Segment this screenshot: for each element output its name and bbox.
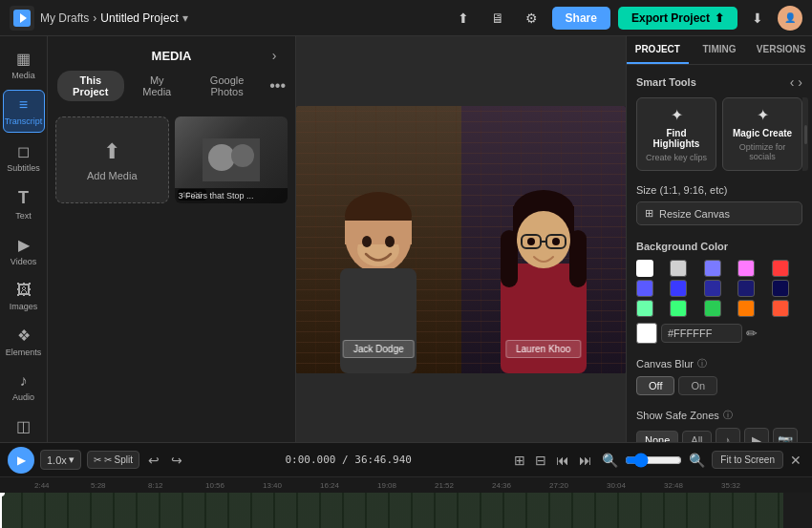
sidebar-item-audio[interactable]: ♪ Audio bbox=[3, 367, 45, 408]
timeline-end[interactable]: ⏭ bbox=[576, 450, 595, 471]
safe-zone-youtube[interactable]: ▶ bbox=[744, 428, 769, 442]
safe-zone-all[interactable]: All bbox=[682, 431, 711, 442]
breadcrumb-parent[interactable]: My Drafts bbox=[40, 11, 89, 25]
eyedropper-button[interactable]: ✏ bbox=[746, 326, 758, 341]
sidebar-item-elements[interactable]: ❖ Elements bbox=[3, 321, 45, 363]
right-person-name-tag: Lauren Khoo bbox=[505, 340, 581, 358]
safe-zone-none[interactable]: None bbox=[636, 431, 678, 442]
play-button[interactable]: ▶ bbox=[8, 447, 34, 474]
swatch-red[interactable] bbox=[772, 260, 789, 277]
sidebar-item-transcript[interactable]: ≡ Transcript bbox=[3, 90, 45, 133]
smart-tools-next[interactable]: › bbox=[798, 74, 802, 90]
fit-screen-button[interactable]: Fit to Screen bbox=[712, 451, 783, 469]
tab-google-photos[interactable]: Google Photos bbox=[190, 71, 264, 101]
timeline-playhead[interactable] bbox=[0, 493, 2, 528]
swatch-navy[interactable] bbox=[737, 280, 755, 297]
sidebar-item-media[interactable]: ▦ Media bbox=[3, 44, 45, 86]
timeline-zoom-in[interactable]: ⊞ bbox=[511, 450, 528, 471]
resize-canvas-button[interactable]: ⊞ Resize Canvas bbox=[636, 201, 802, 225]
swatch-blue2[interactable] bbox=[670, 280, 687, 297]
tab-this-project[interactable]: This Project bbox=[57, 71, 124, 101]
zoom-slider[interactable] bbox=[625, 453, 682, 468]
topbar-left: My Drafts › Untitled Project ▾ bbox=[10, 6, 443, 31]
swatch-orange[interactable] bbox=[737, 300, 755, 317]
swatch-medgreen[interactable] bbox=[704, 300, 721, 317]
video-left: Jack Dodge bbox=[296, 106, 461, 373]
svg-point-4 bbox=[231, 144, 254, 167]
video-right: Lauren Khoo bbox=[461, 106, 627, 373]
safe-zone-instagram[interactable]: 📷 bbox=[773, 428, 798, 442]
smart-tools-prev[interactable]: ‹ bbox=[790, 74, 795, 90]
svg-point-23 bbox=[552, 238, 560, 245]
speed-button[interactable]: 1.0x ▾ bbox=[40, 450, 81, 470]
avatar[interactable]: 👤 bbox=[778, 6, 802, 31]
sidebar-label-elements: Elements bbox=[6, 348, 42, 357]
media-tabs: This Project My Media Google Photos ••• bbox=[48, 71, 295, 109]
swatch-lightgreen[interactable] bbox=[636, 300, 653, 317]
tab-my-media[interactable]: My Media bbox=[130, 71, 184, 101]
add-media-button[interactable]: ⬆ Add Media bbox=[55, 116, 169, 203]
swatch-pink[interactable] bbox=[737, 260, 755, 277]
breadcrumb-title[interactable]: Untitled Project bbox=[100, 11, 178, 25]
timeline-track: 2:44 5:28 8:12 10:56 13:40 16:24 19:08 2… bbox=[0, 477, 812, 528]
media-panel-close[interactable]: › bbox=[265, 46, 284, 65]
magic-create-button[interactable]: ✦ Magic Create Optimize for socials bbox=[722, 97, 802, 171]
export-icon: ⬆ bbox=[715, 11, 724, 25]
media-tab-more[interactable]: ••• bbox=[269, 77, 286, 95]
media-icon: ▦ bbox=[16, 50, 31, 68]
sidebar-item-layers[interactable]: ◫ bbox=[3, 412, 45, 441]
swatch-reddish[interactable] bbox=[772, 300, 789, 317]
tab-project[interactable]: PROJECT bbox=[627, 36, 689, 64]
redo-button[interactable]: ↪ bbox=[168, 450, 185, 471]
media-panel-title: MEDIA bbox=[78, 49, 265, 63]
upload-button[interactable]: ⬆ bbox=[451, 6, 476, 31]
swatch-darkblue[interactable] bbox=[704, 280, 721, 297]
timeline-zoom-out[interactable]: ⊟ bbox=[532, 450, 549, 471]
sidebar-label-images: Images bbox=[10, 302, 38, 311]
swatch-blue[interactable] bbox=[704, 260, 721, 277]
tab-timing[interactable]: TIMING bbox=[689, 36, 751, 64]
blur-off-button[interactable]: Off bbox=[636, 376, 674, 395]
timeline-close-button[interactable]: ✕ bbox=[787, 450, 804, 471]
timeline-controls: ▶ 1.0x ▾ ✂ ✂ Split ↩ ↪ 0:00.000 / 36:46.… bbox=[0, 443, 812, 477]
swatch-gray[interactable] bbox=[670, 260, 687, 277]
breadcrumb-chevron[interactable]: ▾ bbox=[182, 11, 188, 25]
timeline-start[interactable]: ⏮ bbox=[553, 450, 572, 471]
blur-on-button[interactable]: On bbox=[678, 376, 717, 395]
zoom-search-button[interactable]: 🔍 bbox=[686, 450, 708, 471]
sidebar-item-subtitles[interactable]: ◻ Subtitles bbox=[3, 137, 45, 179]
export-label: Export Project bbox=[631, 11, 710, 25]
settings-button[interactable]: ⚙ bbox=[520, 6, 545, 31]
timeline-right-controls: ⊞ ⊟ ⏮ ⏭ 🔍 🔍 Fit to Screen ✕ bbox=[511, 450, 804, 471]
topbar-icons: ⬆ 🖥 ⚙ bbox=[451, 6, 545, 31]
color-preview-swatch[interactable] bbox=[636, 323, 657, 344]
swatch-white[interactable] bbox=[636, 260, 653, 277]
sidebar-label-videos: Videos bbox=[11, 257, 36, 266]
undo-button[interactable]: ↩ bbox=[145, 450, 162, 471]
share-button[interactable]: Share bbox=[552, 7, 610, 30]
magic-create-desc: Optimize for socials bbox=[729, 142, 796, 161]
export-button[interactable]: Export Project ⬆ bbox=[618, 7, 737, 30]
split-button[interactable]: ✂ ✂ Split bbox=[87, 451, 139, 469]
find-highlights-button[interactable]: ✦ Find Highlights Create key clips bbox=[636, 97, 716, 171]
zoom-icon[interactable]: 🔍 bbox=[599, 450, 621, 471]
svg-point-22 bbox=[527, 238, 535, 245]
desktop-button[interactable]: 🖥 bbox=[485, 6, 510, 31]
download-button[interactable]: ⬇ bbox=[745, 6, 770, 31]
sidebar-item-images[interactable]: 🖼 Images bbox=[3, 276, 45, 317]
tab-versions[interactable]: VERSIONS bbox=[750, 36, 812, 64]
swatch-indigo[interactable] bbox=[636, 280, 653, 297]
color-hex-input[interactable] bbox=[661, 324, 742, 343]
swatch-darknavy[interactable] bbox=[772, 280, 789, 297]
sidebar-item-text[interactable]: T Text bbox=[3, 182, 45, 226]
safe-zone-tiktok[interactable]: ♪ bbox=[716, 428, 740, 442]
right-panel-tabs: PROJECT TIMING VERSIONS bbox=[627, 36, 812, 65]
media-item[interactable]: 40:26 3 Fears that Stop ... bbox=[175, 116, 288, 203]
safe-zones-section: Show Safe Zones ⓘ None All ♪ ▶ 📷 bbox=[627, 403, 812, 442]
sidebar-item-videos[interactable]: ▶ Videos bbox=[3, 230, 45, 272]
swatch-green[interactable] bbox=[670, 300, 687, 317]
find-highlights-name: Find Highlights bbox=[643, 128, 710, 149]
breadcrumb: My Drafts › Untitled Project ▾ bbox=[40, 11, 188, 25]
left-person-name-tag: Jack Dodge bbox=[343, 340, 415, 358]
sidebar-label-media: Media bbox=[11, 71, 35, 80]
